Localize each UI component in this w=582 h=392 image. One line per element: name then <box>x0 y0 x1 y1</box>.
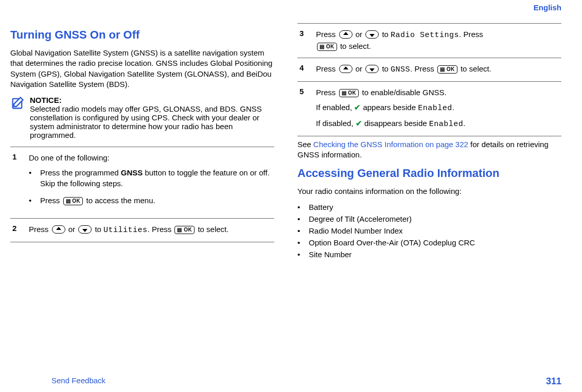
text-fragment: If disabled, <box>316 119 356 128</box>
column-right: 3 Press or to Radio Settings. Press ▤ OK… <box>297 23 561 262</box>
list-item: Option Board Over-the-Air (OTA) Codeplug… <box>297 238 561 247</box>
bullet-text: Battery <box>309 203 333 211</box>
check-icon: ✔ <box>354 103 361 112</box>
text-fragment: to <box>382 64 391 73</box>
intro-paragraph: Global Navigation Satellite System (GNSS… <box>10 48 274 90</box>
down-arrow-icon <box>365 30 379 39</box>
ok-button-icon: ▤ OK <box>317 43 337 51</box>
heading-gnss-onoff: Turning GNSS On or Off <box>10 28 274 42</box>
step-5: 5 Press ▤ OK to enable/disable GNSS. If … <box>297 81 561 136</box>
text-fragment: or <box>356 64 365 73</box>
step-number: 1 <box>12 152 22 212</box>
gnss-bold: GNSS <box>121 168 143 177</box>
link-send-feedback[interactable]: Send Feedback <box>51 376 105 387</box>
step-2: 2 Press or to Utilities. Press ▤ OK to s… <box>10 218 274 242</box>
language-label: English <box>534 3 561 12</box>
menu-gnss: GNSS <box>391 65 410 74</box>
up-arrow-icon <box>339 30 352 39</box>
step1-lead: Do one of the following: <box>29 152 272 163</box>
menu-radio-settings: Radio Settings <box>391 31 459 40</box>
column-left: Turning GNSS On or Off Global Navigation… <box>10 23 274 262</box>
notice-icon <box>10 96 25 139</box>
list-item: Site Number <box>297 250 561 259</box>
step-number: 3 <box>299 29 309 51</box>
text-fragment: to select. <box>340 42 371 50</box>
text-fragment: or <box>356 30 365 39</box>
text-fragment: appears beside <box>363 103 418 112</box>
up-arrow-icon <box>52 225 65 234</box>
down-arrow-icon <box>78 225 92 234</box>
step-4: 4 Press or to GNSS. Press ▤ OK to select… <box>297 58 561 81</box>
bullet-text: Degree of Tilt (Accelerometer) <box>309 215 412 223</box>
step-number: 2 <box>12 224 22 236</box>
bullet-text: Option Board Over-the-Air (OTA) Codeplug… <box>309 238 475 247</box>
notice-label: NOTICE: <box>30 96 62 104</box>
outro-paragraph: See Checking the GNSS Information on pag… <box>297 139 561 161</box>
text-fragment: . <box>463 119 465 128</box>
enabled-label: Enabled <box>429 120 464 129</box>
bullet-text: Radio Model Number Index <box>309 226 403 235</box>
text-fragment: See <box>297 140 313 149</box>
down-arrow-icon <box>365 65 379 73</box>
ok-button-icon: ▤ OK <box>437 65 457 74</box>
step-3: 3 Press or to Radio Settings. Press ▤ OK… <box>297 23 561 58</box>
step-number: 4 <box>299 63 309 75</box>
list-item: Radio Model Number Index <box>297 226 561 235</box>
text-fragment: Press <box>29 225 51 234</box>
text-fragment: Press <box>316 64 338 73</box>
ok-button-icon: ▤ OK <box>339 89 359 97</box>
info-bullets: Battery Degree of Tilt (Accelerometer) R… <box>297 203 561 259</box>
enabled-label: Enabled <box>418 104 452 113</box>
text-fragment: . Press <box>459 30 483 39</box>
ok-button-icon: ▤ OK <box>174 226 195 234</box>
text-fragment: Press <box>316 30 338 39</box>
step1-bullet-2: Press ▤ OK to access the menu. <box>29 195 272 206</box>
bullet-text: Site Number <box>309 250 351 259</box>
up-arrow-icon <box>339 65 352 73</box>
list-item: Degree of Tilt (Accelerometer) <box>297 215 561 223</box>
text-fragment: to enable/disable GNSS. <box>362 88 446 97</box>
text-fragment: or <box>68 225 78 234</box>
text-fragment: Press <box>40 196 62 205</box>
text-fragment: . Press <box>410 64 436 73</box>
text-fragment: to select. <box>198 225 228 234</box>
text-fragment: . Press <box>148 225 174 234</box>
step-number: 5 <box>299 87 309 130</box>
notice-body-text: Selected radio models may offer GPS, GLO… <box>30 104 274 139</box>
heading2-lead: Your radio contains information on the f… <box>297 186 561 197</box>
step-1: 1 Do one of the following: Press the pro… <box>10 147 274 218</box>
list-item: Battery <box>297 203 561 211</box>
heading-accessing-info: Accessing General Radio Information <box>297 167 561 180</box>
text-fragment: to select. <box>461 64 491 73</box>
menu-utilities: Utilities <box>103 226 148 235</box>
text-fragment: disappears beside <box>364 119 429 128</box>
link-checking-gnss[interactable]: Checking the GNSS Information on page 32… <box>313 140 468 149</box>
text-fragment: to <box>382 30 391 39</box>
page-number: 311 <box>546 376 561 387</box>
text-fragment: If enabled, <box>316 103 354 112</box>
check-icon: ✔ <box>356 119 362 128</box>
ok-button-icon: ▤ OK <box>63 197 83 205</box>
text-fragment: Press <box>316 88 338 97</box>
text-fragment: to access the menu. <box>86 196 155 205</box>
text-fragment: to <box>95 225 103 234</box>
text-fragment: Press the programmed <box>40 168 121 177</box>
text-fragment: . <box>452 103 454 112</box>
notice-box: NOTICE: Selected radio models may offer … <box>10 96 274 139</box>
step1-bullet-1: Press the programmed GNSS button to togg… <box>29 167 272 189</box>
